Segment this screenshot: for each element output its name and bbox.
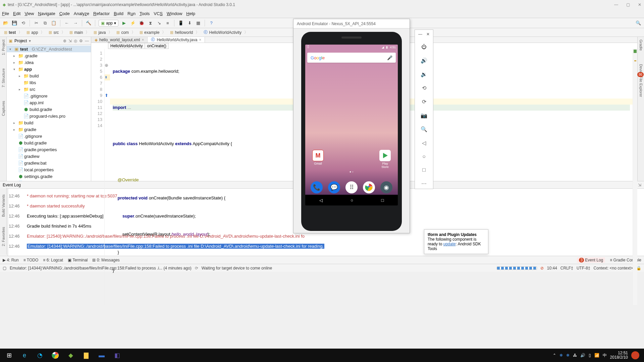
rail-build-variants[interactable]: Build Variants <box>1 194 5 217</box>
dock-messages[interactable]: 💬 <box>328 181 340 193</box>
tray-clock[interactable]: 12:512018/2/10 <box>610 351 628 360</box>
tree-item[interactable]: ▸📁.idea <box>7 59 91 66</box>
tree-item[interactable]: 📄gradle.properties <box>7 146 91 153</box>
tray-volume-icon[interactable]: 🔊 <box>580 353 585 358</box>
menu-vcs[interactable]: VCS <box>154 11 163 16</box>
rail-captures[interactable]: Captures <box>1 101 5 116</box>
tray-snow-icon[interactable]: ❄ <box>566 353 570 358</box>
crumb-class[interactable]: HelloWorldActivity <box>108 43 145 49</box>
em-volume-up-icon[interactable]: 🔊 <box>421 57 427 64</box>
sync-icon[interactable]: ⟲ <box>20 20 26 26</box>
close-tab-icon[interactable]: × <box>142 38 144 42</box>
crumb-test[interactable]: ⊞test〉 <box>3 29 25 35</box>
nav-back[interactable]: ◁ <box>319 198 323 203</box>
tree-item[interactable]: 📄test.iml <box>7 180 91 181</box>
error-stripe[interactable] <box>633 49 637 305</box>
run-config-selector[interactable]: ▣ app ▾ <box>99 20 118 26</box>
crumb-helloworld[interactable]: ⊞helloworld〉 <box>169 29 202 35</box>
tray-battery-icon[interactable]: ▯ <box>589 353 591 358</box>
gutter-impl-icon[interactable]: ⬆ <box>105 93 110 99</box>
attach-icon[interactable]: ↘ <box>156 20 162 26</box>
tree-item[interactable]: 📄.gitignore <box>7 93 91 99</box>
crumb-com[interactable]: ⊞com〉 <box>115 29 138 35</box>
emulator-window[interactable]: Android Emulator - Nexus_5X_API_24:5554 … <box>293 19 410 233</box>
btn-todo[interactable]: ≡ TODO <box>23 258 39 262</box>
rail-device-explorer[interactable]: Device File Explorer <box>639 64 643 97</box>
tree-root[interactable]: ▾▣ test G:\CZY_Android\test <box>7 46 91 52</box>
tree-item[interactable]: ▸📁build <box>7 72 91 79</box>
app-playstore[interactable]: Play Store <box>378 150 392 169</box>
sdk-icon[interactable]: ⬇ <box>186 20 193 26</box>
menu-file[interactable]: File <box>2 11 9 16</box>
crumb-method[interactable]: onCreate() <box>145 43 168 49</box>
crumb-java[interactable]: ⊞java〉 <box>92 29 115 35</box>
tree-item[interactable]: ▸📁gradle <box>7 126 91 133</box>
menu-build[interactable]: Build <box>114 11 123 16</box>
paste-icon[interactable]: 📋 <box>51 20 57 26</box>
em-camera-icon[interactable]: 📷 <box>421 112 427 119</box>
tab-java-active[interactable]: ⓒ HelloWorldActivity.java × <box>148 37 205 43</box>
cut-icon[interactable]: ✂ <box>33 20 39 26</box>
taskbar-emulator[interactable]: ▬ <box>95 349 109 361</box>
rail-favorites[interactable]: 2: Favorites <box>1 227 5 246</box>
open-icon[interactable]: 📂 <box>3 20 9 26</box>
search-icon[interactable]: 🔍 <box>635 20 641 26</box>
run-icon[interactable]: ▶ <box>121 20 127 26</box>
tree-item[interactable]: ⬢build.gradle <box>7 106 91 113</box>
tray-wifi-icon[interactable]: 📶 <box>594 353 599 358</box>
minimize-button[interactable]: — <box>614 2 618 7</box>
crumb-src[interactable]: ⊞src〉 <box>47 29 68 35</box>
em-rotate-right-icon[interactable]: ⟳ <box>422 99 426 105</box>
tray-network-icon[interactable]: 🖧 <box>573 353 577 358</box>
app-gmail[interactable]: M Gmail <box>311 150 325 169</box>
dock-camera[interactable]: ◉ <box>380 181 392 193</box>
project-tree[interactable]: ▾▣ test G:\CZY_Android\test ▸📁.gradle▸📁.… <box>7 45 91 181</box>
profile-icon[interactable]: ⧗ <box>147 20 153 26</box>
btn-run[interactable]: ▶ 4: Run <box>3 258 19 262</box>
tree-item[interactable]: 📄.gitignore <box>7 133 91 139</box>
tree-item[interactable]: ▾📁app <box>7 66 91 72</box>
tree-item[interactable]: ▸📁src <box>7 86 91 93</box>
taskbar-app[interactable]: ◧ <box>110 349 124 361</box>
tree-item[interactable]: 📄gradlew <box>7 153 91 160</box>
menu-code[interactable]: Code <box>59 11 70 16</box>
btn-logcat[interactable]: ≡ 6: Logcat <box>43 258 63 262</box>
btn-terminal[interactable]: ▣ Terminal <box>68 258 88 262</box>
dock-chrome[interactable] <box>363 181 375 193</box>
nav-recent[interactable]: □ <box>381 198 384 203</box>
project-view-label[interactable]: Project <box>14 39 27 43</box>
dock-phone[interactable]: 📞 <box>311 181 323 193</box>
tree-item[interactable]: ⬢settings.gradle <box>7 173 91 180</box>
debug-icon[interactable]: 🐞 <box>139 20 145 26</box>
taskbar-chrome[interactable] <box>48 349 62 361</box>
notif-update-link[interactable]: update <box>443 242 456 246</box>
update-notification[interactable]: tform and Plugin Updates The following c… <box>424 229 488 254</box>
taskbar-qq[interactable]: ◔ <box>33 349 47 361</box>
tree-item[interactable]: ▸📁build <box>7 119 91 126</box>
menu-refactor[interactable]: Refactor <box>93 11 110 16</box>
back-icon[interactable]: ← <box>64 20 70 26</box>
menu-navigate[interactable]: Navigate <box>38 11 55 16</box>
settings-icon[interactable]: ⚙ <box>79 39 83 43</box>
expand-icon[interactable]: ⇲ <box>68 39 72 43</box>
rail-gradle[interactable]: Gradle <box>639 40 643 51</box>
em-overview-icon[interactable]: □ <box>422 167 426 173</box>
collapse-icon[interactable]: ⊕ <box>63 39 66 43</box>
google-search-bar[interactable]: Google 🎤 <box>307 53 396 63</box>
taskbar-explorer[interactable]: ▇ <box>79 349 93 361</box>
dock-apps[interactable]: ⠿ <box>345 181 358 193</box>
forward-icon[interactable]: → <box>72 20 78 26</box>
tree-item[interactable]: ⬢build.gradle <box>7 139 91 146</box>
layout-icon[interactable]: ▦ <box>195 20 201 26</box>
tray-ime-icon[interactable]: 中 <box>603 353 607 358</box>
copy-icon[interactable]: ⧉ <box>42 20 48 26</box>
tree-item[interactable]: 📁libs <box>7 79 91 86</box>
em-zoom-icon[interactable]: 🔍 <box>421 126 427 132</box>
gutter-override-icon[interactable]: ⬍ <box>105 74 110 80</box>
em-minimize[interactable]: — <box>418 32 422 37</box>
tab-layout-xml[interactable]: ◈ hello_world_layout.xml × <box>91 37 148 43</box>
menu-run[interactable]: Run <box>127 11 136 16</box>
phone-screen[interactable]: ◢ ▮ 4:51 ▯ Google 🎤 M Gmail Play Store <box>305 45 398 205</box>
tree-item[interactable]: 📄gradlew.bat <box>7 160 91 166</box>
menu-help[interactable]: Help <box>186 11 195 16</box>
